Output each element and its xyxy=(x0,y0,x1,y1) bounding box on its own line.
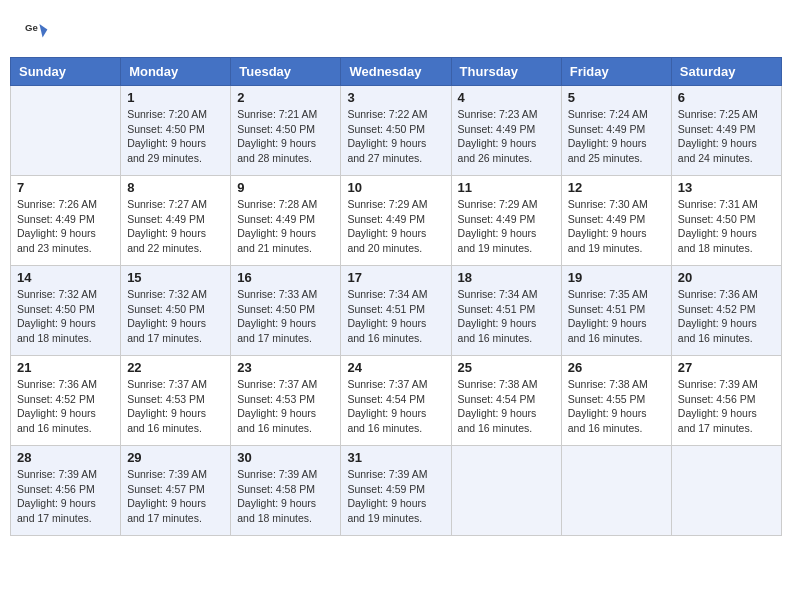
calendar-cell: 13Sunrise: 7:31 AMSunset: 4:50 PMDayligh… xyxy=(671,176,781,266)
day-number: 15 xyxy=(127,270,224,285)
calendar-header-sunday: Sunday xyxy=(11,58,121,86)
calendar-cell: 29Sunrise: 7:39 AMSunset: 4:57 PMDayligh… xyxy=(121,446,231,536)
day-number: 24 xyxy=(347,360,444,375)
calendar-cell: 9Sunrise: 7:28 AMSunset: 4:49 PMDaylight… xyxy=(231,176,341,266)
day-info: Sunrise: 7:39 AMSunset: 4:57 PMDaylight:… xyxy=(127,467,224,526)
calendar-week-row: 14Sunrise: 7:32 AMSunset: 4:50 PMDayligh… xyxy=(11,266,782,356)
calendar-cell: 24Sunrise: 7:37 AMSunset: 4:54 PMDayligh… xyxy=(341,356,451,446)
day-info: Sunrise: 7:24 AMSunset: 4:49 PMDaylight:… xyxy=(568,107,665,166)
svg-text:Ge: Ge xyxy=(25,22,38,33)
calendar-cell: 30Sunrise: 7:39 AMSunset: 4:58 PMDayligh… xyxy=(231,446,341,536)
calendar-cell xyxy=(561,446,671,536)
day-info: Sunrise: 7:30 AMSunset: 4:49 PMDaylight:… xyxy=(568,197,665,256)
day-info: Sunrise: 7:37 AMSunset: 4:53 PMDaylight:… xyxy=(237,377,334,436)
day-info: Sunrise: 7:31 AMSunset: 4:50 PMDaylight:… xyxy=(678,197,775,256)
day-info: Sunrise: 7:34 AMSunset: 4:51 PMDaylight:… xyxy=(347,287,444,346)
day-number: 2 xyxy=(237,90,334,105)
calendar-cell: 8Sunrise: 7:27 AMSunset: 4:49 PMDaylight… xyxy=(121,176,231,266)
calendar-cell: 5Sunrise: 7:24 AMSunset: 4:49 PMDaylight… xyxy=(561,86,671,176)
day-info: Sunrise: 7:23 AMSunset: 4:49 PMDaylight:… xyxy=(458,107,555,166)
calendar-cell: 14Sunrise: 7:32 AMSunset: 4:50 PMDayligh… xyxy=(11,266,121,356)
day-number: 12 xyxy=(568,180,665,195)
day-number: 19 xyxy=(568,270,665,285)
day-number: 10 xyxy=(347,180,444,195)
day-info: Sunrise: 7:38 AMSunset: 4:54 PMDaylight:… xyxy=(458,377,555,436)
day-info: Sunrise: 7:38 AMSunset: 4:55 PMDaylight:… xyxy=(568,377,665,436)
day-number: 28 xyxy=(17,450,114,465)
day-info: Sunrise: 7:39 AMSunset: 4:59 PMDaylight:… xyxy=(347,467,444,526)
calendar-cell: 23Sunrise: 7:37 AMSunset: 4:53 PMDayligh… xyxy=(231,356,341,446)
calendar-cell: 21Sunrise: 7:36 AMSunset: 4:52 PMDayligh… xyxy=(11,356,121,446)
calendar-cell: 1Sunrise: 7:20 AMSunset: 4:50 PMDaylight… xyxy=(121,86,231,176)
day-number: 16 xyxy=(237,270,334,285)
day-info: Sunrise: 7:27 AMSunset: 4:49 PMDaylight:… xyxy=(127,197,224,256)
calendar-cell: 6Sunrise: 7:25 AMSunset: 4:49 PMDaylight… xyxy=(671,86,781,176)
calendar-cell: 4Sunrise: 7:23 AMSunset: 4:49 PMDaylight… xyxy=(451,86,561,176)
logo: Ge xyxy=(25,20,53,44)
day-info: Sunrise: 7:36 AMSunset: 4:52 PMDaylight:… xyxy=(17,377,114,436)
day-info: Sunrise: 7:25 AMSunset: 4:49 PMDaylight:… xyxy=(678,107,775,166)
day-info: Sunrise: 7:34 AMSunset: 4:51 PMDaylight:… xyxy=(458,287,555,346)
calendar-cell: 27Sunrise: 7:39 AMSunset: 4:56 PMDayligh… xyxy=(671,356,781,446)
day-number: 14 xyxy=(17,270,114,285)
page-header: Ge xyxy=(10,10,782,49)
calendar-cell: 18Sunrise: 7:34 AMSunset: 4:51 PMDayligh… xyxy=(451,266,561,356)
day-info: Sunrise: 7:35 AMSunset: 4:51 PMDaylight:… xyxy=(568,287,665,346)
day-number: 9 xyxy=(237,180,334,195)
day-number: 4 xyxy=(458,90,555,105)
day-number: 13 xyxy=(678,180,775,195)
calendar-cell: 10Sunrise: 7:29 AMSunset: 4:49 PMDayligh… xyxy=(341,176,451,266)
day-number: 3 xyxy=(347,90,444,105)
day-info: Sunrise: 7:39 AMSunset: 4:56 PMDaylight:… xyxy=(17,467,114,526)
day-number: 21 xyxy=(17,360,114,375)
calendar-header-friday: Friday xyxy=(561,58,671,86)
calendar-cell xyxy=(11,86,121,176)
calendar-cell: 16Sunrise: 7:33 AMSunset: 4:50 PMDayligh… xyxy=(231,266,341,356)
calendar-cell: 17Sunrise: 7:34 AMSunset: 4:51 PMDayligh… xyxy=(341,266,451,356)
calendar-week-row: 28Sunrise: 7:39 AMSunset: 4:56 PMDayligh… xyxy=(11,446,782,536)
day-info: Sunrise: 7:37 AMSunset: 4:54 PMDaylight:… xyxy=(347,377,444,436)
calendar-cell: 20Sunrise: 7:36 AMSunset: 4:52 PMDayligh… xyxy=(671,266,781,356)
day-number: 31 xyxy=(347,450,444,465)
day-number: 1 xyxy=(127,90,224,105)
day-info: Sunrise: 7:33 AMSunset: 4:50 PMDaylight:… xyxy=(237,287,334,346)
calendar-week-row: 1Sunrise: 7:20 AMSunset: 4:50 PMDaylight… xyxy=(11,86,782,176)
day-number: 27 xyxy=(678,360,775,375)
day-number: 25 xyxy=(458,360,555,375)
calendar-cell: 2Sunrise: 7:21 AMSunset: 4:50 PMDaylight… xyxy=(231,86,341,176)
calendar-cell: 15Sunrise: 7:32 AMSunset: 4:50 PMDayligh… xyxy=(121,266,231,356)
calendar-cell: 19Sunrise: 7:35 AMSunset: 4:51 PMDayligh… xyxy=(561,266,671,356)
calendar-cell: 3Sunrise: 7:22 AMSunset: 4:50 PMDaylight… xyxy=(341,86,451,176)
day-info: Sunrise: 7:22 AMSunset: 4:50 PMDaylight:… xyxy=(347,107,444,166)
day-info: Sunrise: 7:26 AMSunset: 4:49 PMDaylight:… xyxy=(17,197,114,256)
calendar-header-monday: Monday xyxy=(121,58,231,86)
calendar-table: SundayMondayTuesdayWednesdayThursdayFrid… xyxy=(10,57,782,536)
day-number: 5 xyxy=(568,90,665,105)
calendar-cell: 22Sunrise: 7:37 AMSunset: 4:53 PMDayligh… xyxy=(121,356,231,446)
day-info: Sunrise: 7:28 AMSunset: 4:49 PMDaylight:… xyxy=(237,197,334,256)
calendar-cell: 7Sunrise: 7:26 AMSunset: 4:49 PMDaylight… xyxy=(11,176,121,266)
calendar-week-row: 21Sunrise: 7:36 AMSunset: 4:52 PMDayligh… xyxy=(11,356,782,446)
day-info: Sunrise: 7:32 AMSunset: 4:50 PMDaylight:… xyxy=(17,287,114,346)
day-number: 11 xyxy=(458,180,555,195)
day-number: 29 xyxy=(127,450,224,465)
day-number: 22 xyxy=(127,360,224,375)
day-info: Sunrise: 7:32 AMSunset: 4:50 PMDaylight:… xyxy=(127,287,224,346)
day-number: 18 xyxy=(458,270,555,285)
calendar-cell: 11Sunrise: 7:29 AMSunset: 4:49 PMDayligh… xyxy=(451,176,561,266)
logo-icon: Ge xyxy=(25,20,49,44)
svg-marker-1 xyxy=(39,24,47,38)
day-number: 6 xyxy=(678,90,775,105)
calendar-cell xyxy=(451,446,561,536)
calendar-header-thursday: Thursday xyxy=(451,58,561,86)
calendar-cell: 28Sunrise: 7:39 AMSunset: 4:56 PMDayligh… xyxy=(11,446,121,536)
day-info: Sunrise: 7:29 AMSunset: 4:49 PMDaylight:… xyxy=(458,197,555,256)
calendar-cell: 12Sunrise: 7:30 AMSunset: 4:49 PMDayligh… xyxy=(561,176,671,266)
calendar-header-saturday: Saturday xyxy=(671,58,781,86)
day-number: 30 xyxy=(237,450,334,465)
day-info: Sunrise: 7:39 AMSunset: 4:56 PMDaylight:… xyxy=(678,377,775,436)
day-info: Sunrise: 7:37 AMSunset: 4:53 PMDaylight:… xyxy=(127,377,224,436)
day-info: Sunrise: 7:21 AMSunset: 4:50 PMDaylight:… xyxy=(237,107,334,166)
day-info: Sunrise: 7:36 AMSunset: 4:52 PMDaylight:… xyxy=(678,287,775,346)
day-info: Sunrise: 7:39 AMSunset: 4:58 PMDaylight:… xyxy=(237,467,334,526)
